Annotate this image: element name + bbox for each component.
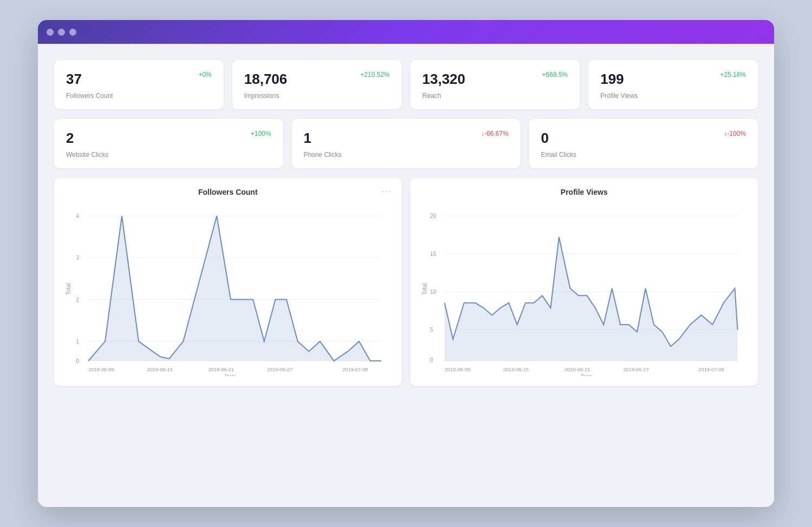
email-clicks-label: Email Clicks [541, 151, 746, 159]
y-label-2: 2 [76, 297, 80, 303]
chart2-svg: 20 15 10 5 0 Total 2019- [422, 203, 746, 376]
stat-top: 37 +0% [66, 71, 212, 88]
phone-clicks-change: ↓-66.67% [481, 130, 509, 137]
charts-row: ··· Followers Count 4 3 2 1 0 Total [54, 178, 758, 386]
website-clicks-label: Website Clicks [66, 151, 271, 159]
profile-views-value: 199 [600, 71, 624, 88]
y-label-3: 3 [76, 255, 80, 261]
stat-card-email-clicks: 0 ↓-100% Email Clicks [529, 119, 758, 168]
website-clicks-value: 2 [66, 130, 74, 147]
impressions-value: 18,706 [244, 71, 287, 88]
chart1-svg: 4 3 2 1 0 Total 2019-06- [66, 203, 390, 376]
impressions-label: Impressions [244, 92, 390, 100]
stat-card-followers: 37 +0% Followers Count [54, 60, 224, 109]
y-label-0: 0 [76, 358, 80, 364]
followers-value: 37 [66, 71, 82, 88]
x-label-2: 2019-06-15 [147, 367, 173, 372]
y-label-4: 4 [76, 213, 80, 219]
profile-views-label: Profile Views [600, 92, 746, 100]
chart2-area [444, 237, 737, 361]
stat-card-impressions: 18,706 +210.52% Impressions [232, 60, 402, 109]
stat-card-phone-clicks: 1 ↓-66.67% Phone Clicks [292, 119, 521, 168]
stats-row-1: 37 +0% Followers Count 18,706 +210.52% I… [54, 60, 758, 109]
x-label-5: 2019-07-08 [342, 367, 368, 372]
website-clicks-change: +100% [251, 130, 271, 137]
x-label-3: 2019-06-21 [208, 367, 234, 372]
x2-axis-title: Date [581, 374, 593, 376]
x2-label-5: 2019-07-08 [698, 367, 724, 372]
app-window: 37 +0% Followers Count 18,706 +210.52% I… [38, 20, 774, 507]
email-clicks-value: 0 [541, 130, 548, 147]
reach-change: +669.5% [542, 71, 568, 78]
x-label-1: 2019-06-09 [88, 367, 114, 372]
y-axis-title: Total [66, 284, 71, 295]
x2-label-2: 2019-06-15 [503, 367, 529, 372]
followers-label: Followers Count [66, 92, 212, 100]
y-label-1: 1 [76, 339, 80, 345]
x2-label-1: 2019-06-09 [444, 367, 470, 372]
chart2-title: Profile Views [422, 188, 746, 196]
chart2-container: 20 15 10 5 0 Total 2019- [422, 203, 746, 376]
chart1-title: Followers Count [66, 188, 390, 196]
email-clicks-change: ↓-100% [724, 130, 746, 137]
impressions-change: +210.52% [361, 71, 390, 78]
profile-views-change: +25.16% [720, 71, 746, 78]
stat-card-website-clicks: 2 +100% Website Clicks [54, 119, 283, 168]
y2-label-5: 5 [430, 327, 433, 333]
x-label-4: 2019-06-27 [267, 367, 292, 372]
y2-axis-title: Total [422, 284, 428, 295]
followers-change: +0% [199, 71, 212, 78]
reach-value: 13,320 [422, 71, 466, 88]
stat-card-reach: 13,320 +669.5% Reach [410, 60, 580, 109]
phone-clicks-label: Phone Clicks [304, 151, 509, 159]
reach-label: Reach [422, 92, 568, 100]
y2-label-0: 0 [430, 357, 433, 363]
x2-label-3: 2019-06-21 [565, 367, 590, 372]
dot-yellow[interactable] [58, 29, 65, 36]
x-axis-title: Date [225, 374, 237, 376]
y2-label-10: 10 [430, 289, 436, 295]
y2-label-20: 20 [430, 213, 436, 219]
dot-red[interactable] [47, 29, 54, 36]
stat-card-profile-views: 199 +25.16% Profile Views [588, 60, 758, 109]
chart-menu-dots[interactable]: ··· [382, 187, 392, 196]
y2-label-15: 15 [430, 251, 436, 257]
stats-row-2: 2 +100% Website Clicks 1 ↓-66.67% Phone … [54, 119, 758, 168]
dot-green[interactable] [69, 29, 76, 36]
chart-card-profile-views: Profile Views 20 15 10 5 0 Total [410, 178, 758, 386]
chart-card-followers: ··· Followers Count 4 3 2 1 0 Total [54, 178, 402, 386]
x2-label-4: 2019-06-27 [623, 367, 649, 372]
chart1-area [88, 216, 381, 361]
phone-clicks-value: 1 [304, 130, 311, 147]
chart1-container: 4 3 2 1 0 Total 2019-06- [66, 203, 390, 376]
main-content: 37 +0% Followers Count 18,706 +210.52% I… [38, 44, 774, 402]
titlebar [38, 20, 774, 44]
